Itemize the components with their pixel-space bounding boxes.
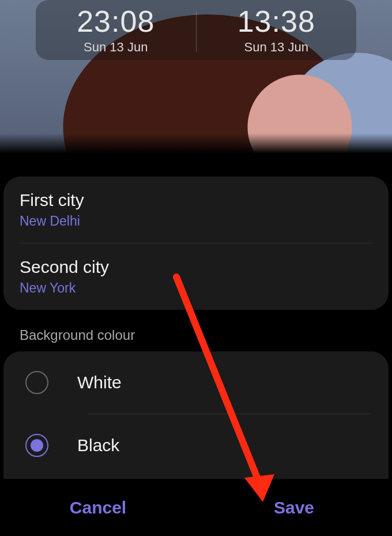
save-button[interactable]: Save xyxy=(196,498,392,518)
clock-first-date: Sun 13 Jun xyxy=(84,40,148,55)
colour-black-label: Black xyxy=(77,436,119,455)
action-bar: Cancel Save xyxy=(0,479,392,536)
cancel-button[interactable]: Cancel xyxy=(0,498,196,518)
background-colour-card: White Black xyxy=(3,351,389,479)
settings-panel: First city New Delhi Second city New Yor… xyxy=(0,177,392,479)
second-city-row[interactable]: Second city New York xyxy=(20,243,372,310)
first-city-row[interactable]: First city New Delhi xyxy=(20,177,372,243)
first-city-value: New Delhi xyxy=(20,213,372,229)
first-city-label: First city xyxy=(20,190,372,210)
dual-clock-widget: 23:08 Sun 13 Jun 13:38 Sun 13 Jun xyxy=(36,0,356,60)
colour-option-white[interactable]: White xyxy=(14,351,389,414)
widget-preview: 23:08 Sun 13 Jun 13:38 Sun 13 Jun xyxy=(0,0,392,153)
clock-first-city: 23:08 Sun 13 Jun xyxy=(36,5,196,55)
clock-second-date: Sun 13 Jun xyxy=(244,40,308,55)
radio-white[interactable] xyxy=(25,371,48,394)
city-settings-card: First city New Delhi Second city New Yor… xyxy=(3,177,389,310)
second-city-value: New York xyxy=(20,280,372,296)
second-city-label: Second city xyxy=(20,257,372,277)
background-colour-label: Background colour xyxy=(20,327,392,343)
clock-first-time: 23:08 xyxy=(77,6,154,36)
clock-second-city: 13:38 Sun 13 Jun xyxy=(197,5,357,55)
colour-option-black[interactable]: Black xyxy=(14,414,389,477)
radio-black[interactable] xyxy=(25,434,48,457)
colour-white-label: White xyxy=(77,373,122,392)
clock-second-time: 13:38 xyxy=(238,6,315,36)
